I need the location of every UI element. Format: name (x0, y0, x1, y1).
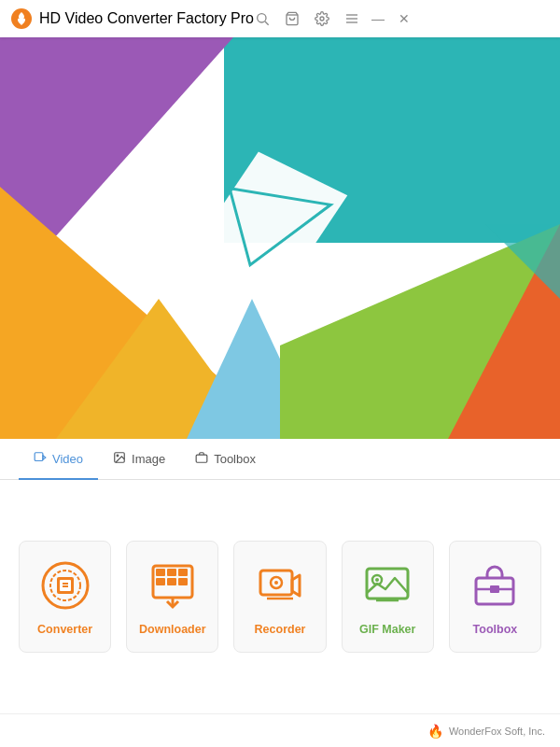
svg-line-2 (265, 21, 269, 25)
downloader-label: Downloader (139, 623, 206, 636)
svg-point-1 (258, 14, 266, 22)
recorder-icon (252, 557, 308, 613)
tab-toolbox-label: Toolbox (214, 452, 256, 466)
gif-maker-label: GIF Maker (359, 623, 415, 636)
menu-icon[interactable] (343, 10, 360, 27)
converter-card[interactable]: Converter (19, 541, 111, 653)
downloader-card[interactable]: Downloader (126, 541, 218, 653)
footer: 🔥 WonderFox Soft, Inc. (0, 713, 560, 747)
footer-flame-icon: 🔥 (427, 724, 443, 739)
converter-label: Converter (37, 623, 92, 636)
cart-icon[interactable] (284, 10, 301, 27)
settings-icon[interactable] (314, 10, 330, 27)
svg-rect-31 (167, 569, 176, 576)
tab-video[interactable]: Video (19, 440, 98, 480)
toolbox-card[interactable]: Toolbox (449, 541, 541, 653)
window-controls: — ✕ (370, 10, 413, 27)
hero-banner (0, 37, 560, 439)
video-tab-icon (34, 451, 47, 467)
converter-icon (37, 557, 93, 613)
svg-rect-30 (156, 569, 165, 576)
gif-maker-icon (359, 557, 415, 613)
tools-grid: Converter Downloader (0, 480, 560, 713)
tabs-bar: Video Image Toolbox (0, 439, 560, 480)
svg-rect-34 (167, 578, 176, 585)
svg-point-40 (274, 581, 278, 585)
svg-rect-48 (490, 585, 499, 593)
svg-rect-32 (178, 569, 188, 576)
tab-image-label: Image (132, 452, 165, 466)
toolbox-tool-label: Toolbox (473, 623, 518, 636)
tab-toolbox[interactable]: Toolbox (180, 440, 271, 480)
image-tab-icon (113, 451, 126, 467)
svg-point-20 (117, 455, 119, 457)
svg-rect-35 (178, 578, 188, 585)
footer-branding: 🔥 WonderFox Soft, Inc. (427, 724, 545, 739)
downloader-icon (145, 557, 201, 613)
app-logo (11, 8, 32, 29)
titlebar: HD Video Converter Factory Pro — ✕ (0, 0, 560, 37)
svg-rect-21 (196, 455, 207, 462)
recorder-label: Recorder (255, 623, 306, 636)
svg-point-44 (375, 578, 379, 582)
minimize-button[interactable]: — (370, 10, 386, 27)
titlebar-icons (254, 10, 360, 27)
app-title: HD Video Converter Factory Pro (39, 10, 254, 27)
tab-video-label: Video (52, 452, 83, 466)
close-button[interactable]: ✕ (396, 10, 413, 27)
bottom-section: Video Image Toolbox (0, 439, 560, 747)
toolbox-tab-icon (195, 451, 208, 467)
svg-point-4 (320, 17, 324, 21)
toolbox-icon (467, 557, 523, 613)
svg-rect-17 (35, 452, 43, 460)
gif-maker-card[interactable]: GIF Maker (342, 541, 434, 653)
svg-rect-33 (156, 578, 165, 585)
footer-text: WonderFox Soft, Inc. (449, 726, 545, 737)
svg-marker-38 (292, 575, 300, 596)
svg-marker-18 (43, 455, 46, 459)
recorder-card[interactable]: Recorder (233, 541, 326, 653)
tab-image[interactable]: Image (98, 440, 180, 480)
search-icon[interactable] (254, 10, 271, 27)
